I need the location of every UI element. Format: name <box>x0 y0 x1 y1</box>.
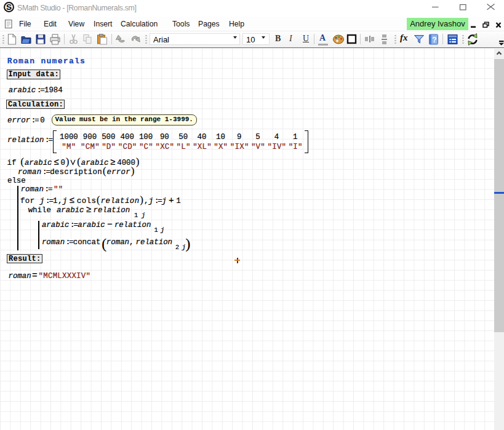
svg-text:?: ? <box>432 36 436 44</box>
